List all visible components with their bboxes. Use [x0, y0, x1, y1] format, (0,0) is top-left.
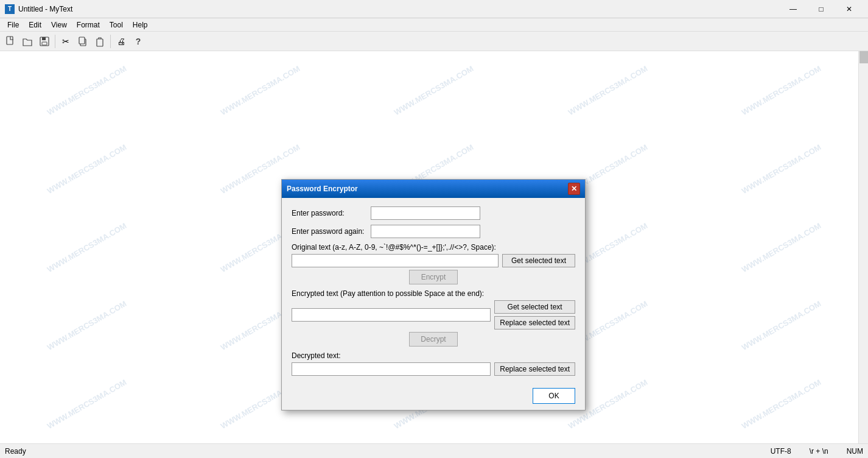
menu-help[interactable]: Help: [128, 19, 153, 30]
ok-button[interactable]: OK: [533, 388, 575, 404]
svg-rect-0: [7, 37, 13, 44]
toolbar-separator-2: [110, 35, 111, 48]
dialog-footer: OK: [282, 384, 585, 410]
main-content: WWW.MERCS3MA.COM WWW.MERCS3MA.COM WWW.ME…: [0, 51, 868, 443]
svg-rect-5: [79, 37, 85, 44]
password-input[interactable]: [371, 206, 480, 220]
copy-button[interactable]: [75, 33, 91, 49]
dialog-title: Password Encryptor: [287, 185, 568, 193]
svg-rect-6: [97, 39, 103, 46]
password-encryptor-dialog: Password Encryptor ✕ Enter password: Ent…: [281, 179, 586, 410]
maximize-button[interactable]: □: [807, 0, 835, 18]
save-button[interactable]: [37, 33, 52, 49]
status-right: UTF-8 \r + \n NUM: [771, 447, 863, 456]
close-button[interactable]: ✕: [835, 0, 863, 18]
app-title: Untitled - MyText: [18, 5, 779, 13]
status-bar: Ready UTF-8 \r + \n NUM: [0, 443, 868, 458]
get-selected-text-1-button[interactable]: Get selected text: [502, 254, 575, 267]
toolbar-separator-1: [55, 35, 55, 48]
toolbar: ✂ 🖨 ?: [0, 32, 868, 51]
decrypt-button[interactable]: Decrypt: [409, 332, 458, 347]
svg-rect-2: [42, 37, 46, 40]
svg-rect-3: [42, 42, 47, 45]
help-button[interactable]: ?: [130, 33, 146, 49]
menu-view[interactable]: View: [46, 19, 72, 30]
password-again-label: Enter password again:: [292, 227, 371, 236]
decrypted-text-input[interactable]: [292, 362, 491, 376]
dialog-body: Enter password: Enter password again: Or…: [282, 198, 585, 384]
replace-selected-text-2-button[interactable]: Replace selected text: [494, 362, 575, 376]
title-bar: T Untitled - MyText — □ ✕: [0, 0, 868, 18]
new-button[interactable]: [2, 33, 18, 49]
status-encoding: UTF-8: [771, 447, 791, 456]
status-line-ending: \r + \n: [810, 447, 828, 456]
decrypt-section: Encrypted text (Pay attention to possibl…: [292, 289, 575, 347]
menu-bar: File Edit View Format Tool Help: [0, 18, 868, 32]
modal-overlay: Password Encryptor ✕ Enter password: Ent…: [0, 51, 868, 443]
encrypted-buttons: Get selected text Replace selected text: [494, 300, 575, 329]
decrypted-text-label: Decrypted text:: [292, 351, 575, 360]
dialog-close-button[interactable]: ✕: [568, 183, 580, 195]
cut-button[interactable]: ✂: [58, 33, 74, 49]
decrypted-text-row: Replace selected text: [292, 362, 575, 376]
password-row: Enter password:: [292, 206, 575, 220]
paste-button[interactable]: [92, 33, 108, 49]
window-controls: — □ ✕: [779, 0, 863, 18]
encrypted-text-label: Encrypted text (Pay attention to possibl…: [292, 289, 575, 298]
encrypted-text-input[interactable]: [292, 308, 491, 322]
original-text-label: Original text (a-z, A-Z, 0-9, ~`!@#$%^*(…: [292, 243, 575, 252]
menu-tool[interactable]: Tool: [105, 19, 128, 30]
password-again-row: Enter password again:: [292, 225, 575, 238]
open-button[interactable]: [19, 33, 35, 49]
original-text-row: Get selected text: [292, 254, 575, 267]
encrypt-button[interactable]: Encrypt: [409, 270, 458, 284]
menu-edit[interactable]: Edit: [24, 19, 46, 30]
password-again-input[interactable]: [371, 225, 480, 238]
status-ready: Ready: [5, 447, 26, 456]
encrypted-text-row: Get selected text Replace selected text: [292, 300, 575, 329]
original-text-input[interactable]: [292, 254, 499, 267]
minimize-button[interactable]: —: [779, 0, 807, 18]
get-selected-text-2-button[interactable]: Get selected text: [494, 300, 575, 314]
replace-selected-text-1-button[interactable]: Replace selected text: [494, 316, 575, 329]
password-label: Enter password:: [292, 209, 371, 217]
menu-file[interactable]: File: [2, 19, 24, 30]
menu-format[interactable]: Format: [72, 19, 105, 30]
dialog-title-bar: Password Encryptor ✕: [282, 180, 585, 198]
encrypt-section: Original text (a-z, A-Z, 0-9, ~`!@#$%^*(…: [292, 243, 575, 284]
app-icon: T: [5, 4, 15, 14]
print-button[interactable]: 🖨: [113, 33, 129, 49]
status-mode: NUM: [847, 447, 863, 456]
decrypted-section: Decrypted text: Replace selected text: [292, 351, 575, 376]
